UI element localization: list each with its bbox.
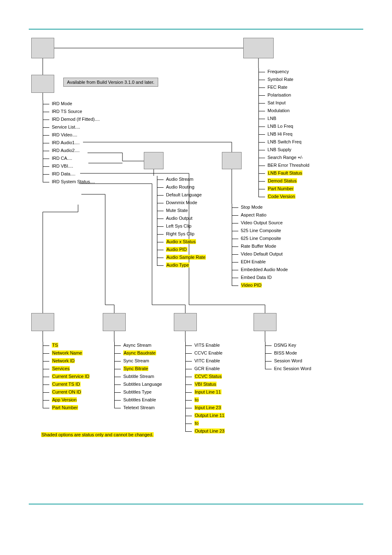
tree-item-label: LNB Supply — [267, 147, 291, 152]
tree-item-label: IRD Video.... — [52, 132, 77, 137]
tree-item-label: TS — [52, 343, 58, 348]
tree-item-label: GCR Enable — [194, 366, 220, 371]
tree-item-label: LNB — [267, 116, 276, 121]
tree-item-label: Sat Input — [267, 100, 286, 105]
root-box-2 — [31, 75, 54, 93]
tree-item-label: Output Line 11 — [194, 413, 225, 418]
tree-item-label: Code Version — [267, 194, 295, 199]
tree-item-label: to — [194, 397, 199, 402]
root-box-ird — [31, 38, 54, 58]
tree-item-label: Input Line 23 — [194, 405, 221, 410]
tree-item-label: IRD System Status.... — [52, 179, 95, 184]
tree-item-label: Part Number — [52, 405, 78, 410]
tree-item-label: Sync Bitrate — [123, 366, 148, 371]
tree-item-label: Audio Routing — [166, 184, 194, 189]
tree-item-label: Input Line 11 — [194, 389, 221, 394]
tree-item-label: Stop Mode — [241, 205, 263, 210]
tree-item-label: Mute State — [166, 208, 188, 213]
tree-item-label: Subtitles Type — [123, 389, 152, 394]
tree-item-label: Subtitle Stream — [123, 374, 154, 379]
tree-item-label: IRD Data.... — [52, 171, 75, 176]
tree-item-label: CCVC Enable — [194, 350, 222, 355]
footer-rule — [29, 504, 363, 504]
tree-item-label: DSNG Key — [274, 343, 296, 348]
tree-item-label: Video Default Output — [241, 251, 283, 256]
tree-item-label: IRD Mode — [52, 101, 72, 106]
tree-item-label: VBI Status — [194, 382, 217, 387]
tree-item-label: EDH Enable — [241, 259, 266, 264]
tree-item-label: Output Line 23 — [194, 428, 225, 433]
tree-item-label: Video PID — [241, 283, 262, 288]
tree-item-label: VITC Enable — [194, 358, 220, 363]
tree-item-label: Right Sys Clip — [166, 231, 194, 236]
tree-item-label: Current Service ID — [52, 374, 90, 379]
tree-item-label: Default Language — [166, 192, 202, 197]
tree-item-label: Audio x Status — [166, 239, 196, 244]
tree-item-label: Video Output Source — [241, 220, 283, 225]
tree-item-label: Audio Output — [166, 216, 192, 221]
demod-box — [243, 38, 274, 58]
tree-item-label: FEC Rate — [267, 85, 287, 90]
tree-item-label: Part Number — [267, 186, 294, 191]
tree-item-label: Audio PID — [166, 247, 187, 252]
tree-item-label: Audio Stream — [166, 177, 194, 182]
tree-item-label: Subtitles Enable — [123, 397, 156, 402]
tree-item-label: App Version — [52, 397, 77, 402]
tree-item-label: Audio Type — [166, 263, 189, 267]
tree-item-label: 525 Line Composite — [241, 228, 281, 233]
tree-item-label: Network ID — [52, 358, 75, 363]
tree-item-label: IRD Demod (If Fitted).... — [52, 117, 100, 122]
tree-item-label: Services — [52, 366, 70, 371]
video-box — [222, 152, 242, 169]
tree-item-label: Embedded Audio Mode — [241, 267, 288, 272]
tree-item-label: BER Error Threshold — [267, 163, 309, 168]
tree-item-label: Search Range +/- — [267, 155, 303, 160]
tree-item-label: Demod Status — [267, 178, 297, 183]
tree-item-label: Enc Session Word — [274, 366, 311, 371]
tree-item-label: Modulation — [267, 108, 290, 113]
tree-item-label: Downmix Mode — [166, 200, 197, 205]
vbi-box — [174, 313, 197, 331]
tree-item-label: IRD Audio2.... — [52, 148, 80, 153]
tree-item-label: Network Name — [52, 350, 83, 355]
header-rule — [29, 29, 363, 30]
tree-item-label: Left Sys Clip — [166, 223, 191, 228]
tree-item-label: LNB Lo Freq — [267, 124, 293, 129]
audio-box — [144, 152, 164, 169]
build-note: Available from Build Version 3.1.0 and l… — [63, 78, 158, 87]
tree-item-label: Frequency — [267, 69, 289, 74]
diagram-page: Available from Build Version 3.1.0 and l… — [29, 35, 363, 446]
tree-item-label: Current TS ID — [52, 382, 81, 387]
tree-item-label: LNB Hi Freq — [267, 131, 293, 136]
tree-item-label: 625 Line Composite — [241, 236, 281, 241]
tree-item-label: Aspect Ratio — [241, 212, 266, 217]
tree-item-label: Polarisation — [267, 92, 291, 97]
tree-item-label: Service List.... — [52, 124, 80, 129]
tree-item-label: IRD TS Source — [52, 109, 82, 114]
tree-item-label: Embed Data ID — [241, 275, 272, 280]
tree-item-label: Subtitles Language — [123, 382, 162, 387]
tree-item-label: IRD CA.... — [52, 156, 72, 161]
tree-item-label: BISS Mode — [274, 350, 297, 355]
shaded-note: Shaded options are status only and canno… — [41, 432, 154, 437]
tree-item-label: Audio Sample Rate — [166, 255, 206, 260]
tree-item-label: IRD VBI.... — [52, 164, 73, 168]
tree-item-label: IRD Audio1.... — [52, 140, 80, 145]
tree-item-label: Sync Stream — [123, 358, 149, 363]
tree-item-label: CCVC Status — [194, 374, 222, 379]
tree-item-label: Async Stream — [123, 343, 151, 348]
tree-item-label: Rate Buffer Mode — [241, 244, 276, 249]
sysstatus-box — [31, 313, 54, 331]
tree-item-label: to — [194, 421, 199, 426]
ca-box — [254, 313, 277, 331]
tree-item-label: Current ON ID — [52, 389, 81, 394]
tree-item-label: Teletext Stream — [123, 405, 154, 410]
tree-item-label: LNB Switch Freq — [267, 139, 302, 144]
tree-item-label: Session Word — [274, 358, 302, 363]
tree-item-label: Symbol Rate — [267, 77, 293, 82]
tree-item-label: LNB Fault Status — [267, 170, 302, 175]
data-box — [103, 313, 126, 331]
tree-item-label: VITS Enable — [194, 343, 220, 348]
tree-item-label: Async Baudrate — [123, 350, 156, 355]
